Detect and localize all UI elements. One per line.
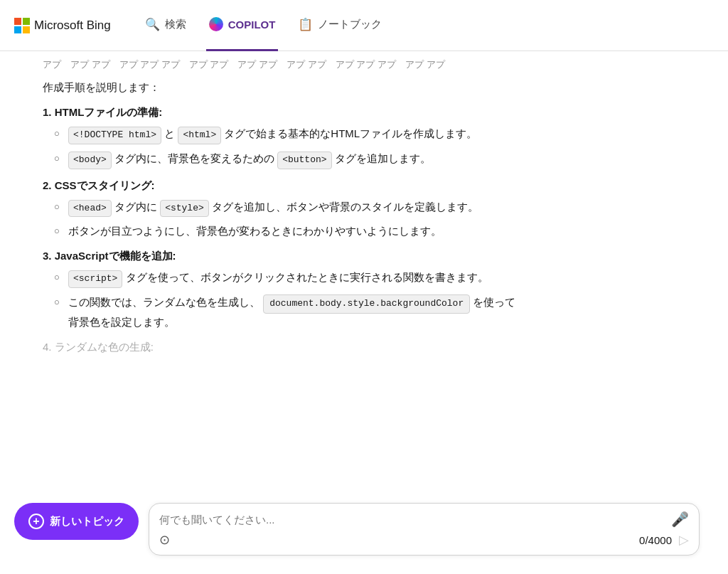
code-tag: <style> <box>160 200 209 218</box>
sections-list: 1. HTMLファイルの準備: <!DOCTYPE html> と <html>… <box>43 106 685 331</box>
section-1-heading-bold: HTMLファイルの準備 <box>55 106 159 118</box>
nav-item-copilot[interactable]: COPILOT <box>206 0 279 51</box>
text-part: タグで始まる基本的なHTMLファイルを作成します。 <box>224 127 477 139</box>
text-part: タグ内に <box>114 201 160 213</box>
section-1-items: <!DOCTYPE html> と <html> タグで始まる基本的なHTMLフ… <box>43 125 685 169</box>
copilot-icon <box>209 17 223 31</box>
main-content: アプ アプ アプ アプ アプ アプ アプ アプ アプ アプ アプ アプ アプ ア… <box>0 51 728 496</box>
nav-label-copilot: COPILOT <box>228 18 276 31</box>
section-2-number: 2. <box>43 179 55 191</box>
text-part: タグを追加し、ボタンや背景のスタイルを定義します。 <box>212 201 478 213</box>
text-part: タグ内に、背景色を変えるための <box>114 152 277 164</box>
text-part: この関数では、ランダムな色を生成し、 <box>68 296 260 308</box>
list-item: <body> タグ内に、背景色を変えるための <button> タグを追加します… <box>54 150 685 169</box>
intro-text: 作成手順を説明します： <box>43 81 685 95</box>
logo-quad-red <box>14 18 21 25</box>
list-item: <!DOCTYPE html> と <html> タグで始まる基本的なHTMLフ… <box>54 125 685 144</box>
code-tag: <!DOCTYPE html> <box>68 127 161 144</box>
code-tag: <script> <box>68 270 122 288</box>
microsoft-logo <box>14 18 30 33</box>
char-count: 0/4000 <box>639 534 672 546</box>
section-1-number: 1. <box>43 106 55 118</box>
nav-item-notebook[interactable]: 📋 ノートブック <box>295 0 385 51</box>
text-part-continuation: 背景色を設定します。 <box>68 316 175 328</box>
list-item: この関数では、ランダムな色を生成し、 document.body.style.b… <box>54 294 685 331</box>
section-3-heading-bold: JavaScriptで機能を追加 <box>55 250 173 262</box>
code-tag: <body> <box>68 152 112 169</box>
section-3: 3. JavaScriptで機能を追加: <script> タグを使って、ボタン… <box>43 250 685 331</box>
code-tag: <head> <box>68 200 112 218</box>
new-topic-label: 新しいトピック <box>50 515 124 528</box>
logo-quad-yellow <box>23 26 30 33</box>
code-tag: <html> <box>178 127 221 144</box>
section-3-items: <script> タグを使って、ボタンがクリックされたときに実行される関数を書き… <box>43 269 685 331</box>
send-icon[interactable]: ▷ <box>679 532 689 548</box>
top-partial-text: アプ アプ アプ アプ アプ アプ アプ アプ アプ アプ アプ アプ アプ ア… <box>43 51 685 77</box>
nav-item-search[interactable]: 🔍 検索 <box>142 0 189 51</box>
input-row: 🎤 <box>159 511 689 528</box>
new-topic-button[interactable]: + 新しいトピック <box>14 503 139 540</box>
new-topic-icon: + <box>28 514 44 529</box>
logo-quad-green <box>23 18 30 25</box>
section-3-heading: 3. JavaScriptで機能を追加: <box>43 250 685 263</box>
code-tag-long: document.body.style.backgroundColor <box>263 294 470 314</box>
section-2-heading-bold: CSSでスタイリング <box>55 179 151 191</box>
list-item: ボタンが目立つようにし、背景色が変わるときにわかりやすいようにします。 <box>54 223 685 240</box>
section-2: 2. CSSでスタイリング: <head> タグ内に <style> タグを追加… <box>43 179 685 240</box>
partial-section-heading: ランダムな色の生成: <box>55 341 154 353</box>
text-part: ボタンが目立つようにし、背景色が変わるときにわかりやすいようにします。 <box>68 225 441 237</box>
bottom-area: + 新しいトピック 🎤 ⊙ 0/4000 ▷ <box>0 496 728 574</box>
notebook-icon: 📋 <box>298 17 313 32</box>
list-item: <script> タグを使って、ボタンがクリックされたときに実行される関数を書き… <box>54 269 685 288</box>
section-2-items: <head> タグ内に <style> タグを追加し、ボタンや背景のスタイルを定… <box>43 198 685 240</box>
text-part: タグを追加します。 <box>335 152 431 164</box>
nav: 🔍 検索 COPILOT 📋 ノートブック <box>142 0 385 51</box>
section-2-heading: 2. CSSでスタイリング: <box>43 179 685 193</box>
logo-area: Microsoft Bing <box>14 18 111 33</box>
partial-section-number: 4. <box>43 341 55 353</box>
chat-input[interactable] <box>159 514 664 526</box>
search-icon: 🔍 <box>145 17 160 32</box>
section-1-heading: 1. HTMLファイルの準備: <box>43 106 685 119</box>
section-1: 1. HTMLファイルの準備: <!DOCTYPE html> と <html>… <box>43 106 685 169</box>
partial-section-4: 4. ランダムな色の生成: <box>43 341 685 354</box>
input-container: 🎤 ⊙ 0/4000 ▷ <box>149 503 700 556</box>
logo-text: Microsoft Bing <box>34 18 111 33</box>
nav-label-notebook: ノートブック <box>318 18 382 31</box>
input-bottom-row: ⊙ 0/4000 ▷ <box>159 532 689 548</box>
nav-label-search: 検索 <box>165 18 186 31</box>
text-part: タグを使って、ボタンがクリックされたときに実行される関数を書きます。 <box>126 271 488 283</box>
text-part: を使って <box>473 296 515 308</box>
list-item: <head> タグ内に <style> タグを追加し、ボタンや背景のスタイルを定… <box>54 198 685 218</box>
header: Microsoft Bing 🔍 検索 COPILOT 📋 ノートブック <box>0 0 728 51</box>
text-part: と <box>164 127 178 139</box>
camera-icon[interactable]: ⊙ <box>159 532 170 548</box>
char-count-area: 0/4000 ▷ <box>639 532 689 548</box>
code-tag: <button> <box>277 152 331 169</box>
section-3-number: 3. <box>43 250 55 262</box>
logo-quad-blue <box>14 26 21 33</box>
fade-overlay <box>0 453 728 496</box>
microphone-icon[interactable]: 🎤 <box>671 511 689 528</box>
